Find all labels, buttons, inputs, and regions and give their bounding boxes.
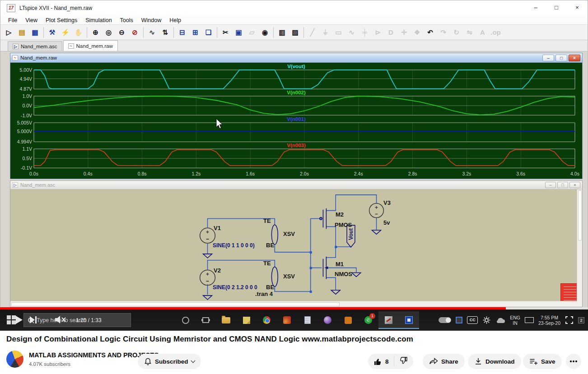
menu-item-window[interactable]: Window [137,17,165,23]
onedrive-cloud-icon[interactable] [495,317,505,323]
new-schematic-icon[interactable]: ▷ [3,26,15,38]
y-tick-label: 0.5V [11,156,32,161]
plot-pane: 5.005V5.000V4.994V [34,123,575,142]
schematic-vscrollbar[interactable] [577,189,582,301]
autorange-icon[interactable]: ⇅ [159,26,171,38]
menu-item-simulation[interactable]: Simulation [81,17,116,23]
ltspice-titlebar: 17 LTspice XVII - Nand_mem.raw – □ × [0,0,588,16]
label-xsv2: XSV [283,273,295,280]
schematic-hscrollbar[interactable] [10,301,577,307]
taskbar-app-sphere-app[interactable] [317,311,338,329]
run-simulation-icon[interactable]: ⚡ [59,26,71,38]
taskbar-app-ltspice[interactable] [378,311,399,329]
toolbar-separator [273,27,274,38]
tab-nand-mem-raw[interactable]: ~ Nand_mem.raw [63,40,118,51]
save-button[interactable]: Save [523,354,562,369]
fullscreen-icon[interactable] [565,316,574,324]
channel-avatar[interactable] [6,351,23,368]
subscribed-button[interactable]: Subscribed [138,354,201,369]
taskbar-app-whatsapp[interactable]: 1 [358,311,378,329]
menu-item-help[interactable]: Help [165,17,185,23]
waveform-plot-area[interactable]: V(vout)5.00V4.94V4.87VV(n002)1.0V0.0V-1.… [10,63,582,179]
control-panel-icon[interactable]: ⚒ [46,26,58,38]
taskbar-app-task-view[interactable] [196,311,216,329]
notification-badge[interactable]: 2 [578,317,584,323]
schematic-window-icon: ▷ [12,182,18,188]
menu-item-plot-settings[interactable]: Plot Settings [42,17,81,23]
video-title: Design of Combinational Logic Circuit Us… [6,335,413,344]
plot-close-button[interactable]: × [569,55,580,61]
trace-label[interactable]: V(vout) [10,64,582,69]
copy-icon[interactable]: ▣ [233,26,245,38]
tile-vertical-icon[interactable]: ⊞ [189,26,201,38]
print-icon[interactable]: ▥ [276,26,288,38]
dislike-button[interactable] [399,356,408,366]
maximize-button[interactable]: □ [546,0,567,15]
taskbar-app-document-app[interactable] [297,311,317,329]
download-button[interactable]: Download [468,354,521,369]
label-tran-directive: .tran 4 [255,291,273,297]
zoom-out-icon[interactable]: ⊖ [116,26,128,38]
play-button[interactable] [15,315,23,324]
taskbar-app-blue-app[interactable] [399,311,419,329]
save-icon[interactable]: ▦ [29,26,41,38]
document-app-icon [304,316,311,324]
like-button[interactable]: 8 [373,357,389,366]
video-progress-bar[interactable] [0,307,588,309]
menu-item-tools[interactable]: Tools [116,17,137,23]
schematic-close-button[interactable]: × [569,182,580,188]
zoom-extents-icon[interactable]: ◎ [103,26,115,38]
taskbar-app-file-explorer[interactable] [216,311,236,329]
next-button[interactable] [30,316,37,323]
subtitles-button[interactable]: CC [467,316,478,324]
waveform-panel: V(n003)1.1V0.5V-0.1V [10,143,582,169]
zoom-undo-icon[interactable]: ⊘ [129,26,141,38]
share-button[interactable]: Share [423,354,465,369]
taskbar-app-orange-app[interactable] [338,311,358,329]
zoom-in-icon[interactable]: ⊕ [89,26,102,38]
tab-nand-mem-asc[interactable]: ▷ Nand_mem.asc [8,41,62,51]
cut-icon[interactable]: ✂ [219,26,232,38]
x-tick-label: 4.0s [570,171,579,176]
y-tick-label: 1.1V [11,146,32,152]
settings-icon[interactable] [482,316,491,324]
menu-item-file[interactable]: File [4,17,21,23]
taskbar: Type here to search 1 1:20 / 1:33 CC [0,309,588,331]
youtube-info-section: Design of Combinational Logic Circuit Us… [0,331,588,374]
mute-icon[interactable] [55,315,67,324]
find-icon[interactable]: ◉ [259,26,271,38]
taskbar-app-sticky-notes[interactable] [236,311,257,329]
theater-mode-icon[interactable] [525,317,534,323]
language-indicator[interactable]: ENGIN [510,315,520,326]
menu-item-view[interactable]: View [21,17,42,23]
taskbar-app-cortana[interactable] [175,311,196,329]
schematic-maximize-button[interactable]: □ [557,182,568,188]
tray-pen-icon[interactable] [456,317,462,323]
toolbar-separator [87,27,87,38]
clock[interactable]: 7:55 PM23-Sep-20 [538,315,560,326]
undo-icon[interactable]: ↶ [424,26,436,38]
plot-settings-icon[interactable]: ∿ [146,26,158,38]
minimize-button[interactable]: – [525,0,546,15]
close-button[interactable]: × [567,0,588,15]
schematic-canvas[interactable]: V1 V2 V3 5v M2 PMOS M1 NMOS TE XSV SINE(… [10,189,577,301]
schematic-minimize-button[interactable]: – [545,182,556,188]
taskbar-app-chrome[interactable] [257,311,277,329]
y-tick-label: 1.0V [11,93,32,99]
plot-minimize-button[interactable]: – [542,55,554,61]
more-actions-button[interactable] [566,354,581,369]
tile-horizontal-icon[interactable]: ⊟ [176,26,188,38]
taskbar-app-matlab[interactable] [277,311,297,329]
plot-pane: 1.0V0.0V-1.0V [34,96,575,115]
x-tick-label: 2.0s [300,171,309,176]
plot-maximize-button[interactable]: □ [555,55,567,61]
open-file-icon[interactable]: ▤ [16,26,28,38]
trace-label[interactable]: V(n002) [10,90,582,96]
circuit-drawing [10,189,577,301]
label-m2: M2 [336,211,344,218]
trace-label[interactable]: V(n001) [10,116,582,122]
autoplay-toggle[interactable] [439,317,451,323]
trace-label[interactable]: V(n003) [10,143,582,148]
print-preview-icon[interactable]: ▨ [289,26,301,38]
cascade-windows-icon[interactable]: ❏ [202,26,215,38]
